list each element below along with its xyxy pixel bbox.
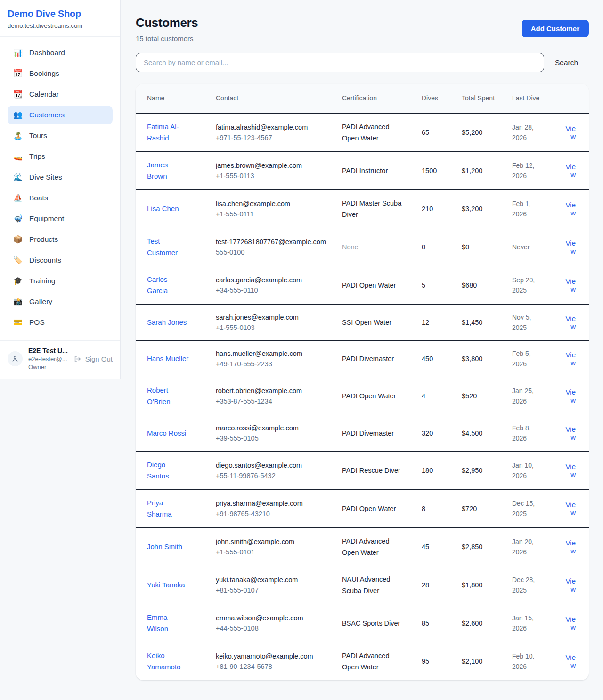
customer-certification: BSAC Sports Diver (342, 619, 400, 627)
customer-dives: 28 (416, 566, 456, 604)
customer-dives: 210 (416, 189, 456, 228)
customer-name-link[interactable]: Hans Mueller (147, 354, 188, 362)
customer-total-spent: $5,200 (456, 113, 506, 151)
sidebar-item-tours[interactable]: 🏝️ Tours (8, 126, 113, 145)
tag-icon: 🏷️ (13, 256, 23, 264)
view-link[interactable]: View (566, 653, 576, 669)
customer-phone: +55-11-99876-5432 (216, 470, 331, 481)
customer-name-link[interactable]: Fatima Al-Rashid (147, 123, 179, 142)
customer-name-link[interactable]: Yuki Tanaka (147, 581, 185, 589)
user-info: E2E Test U... e2e-tester@... Owner (28, 347, 68, 371)
customer-phone: +1-555-0113 (216, 171, 331, 181)
user-name: E2E Test U... (28, 347, 68, 354)
table-row: Keiko Yamamoto keiko.yamamoto@example.co… (136, 642, 589, 680)
sidebar-item-training[interactable]: 🎓 Training (8, 272, 113, 290)
customer-name-link[interactable]: Marco Rossi (147, 429, 186, 437)
sidebar-item-trips[interactable]: 🚤 Trips (8, 147, 113, 166)
view-link[interactable]: View (566, 577, 576, 593)
customer-name-link[interactable]: Carlos Garcia (147, 275, 168, 295)
table-row: Marco Rossi marco.rossi@example.com +39-… (136, 415, 589, 451)
sidebar-item-calendar[interactable]: 📆 Calendar (8, 85, 113, 104)
customer-name-link[interactable]: Robert O'Brien (147, 386, 171, 405)
view-link[interactable]: View (566, 239, 576, 255)
view-link[interactable]: View (566, 462, 576, 478)
column-header-name: Name (136, 84, 210, 113)
search-row: Search (136, 53, 589, 72)
sidebar-item-discounts[interactable]: 🏷️ Discounts (8, 251, 113, 270)
customer-last-dive: Feb 12, 2026 (506, 151, 556, 189)
customer-name-link[interactable]: Test Customer (147, 237, 178, 256)
customer-email: robert.obrien@example.com (216, 386, 331, 396)
search-input[interactable] (136, 53, 544, 72)
view-link[interactable]: View (566, 425, 576, 441)
customer-total-spent: $1,200 (456, 151, 506, 189)
search-button[interactable]: Search (544, 58, 589, 67)
table-row: Priya Sharma priya.sharma@example.com +9… (136, 489, 589, 527)
customer-last-dive: Feb 8, 2026 (506, 415, 556, 451)
customer-dives: 8 (416, 489, 456, 527)
sidebar-item-customers[interactable]: 👥 Customers (8, 106, 113, 124)
sign-out-icon (73, 355, 81, 363)
sidebar-item-products[interactable]: 📦 Products (8, 230, 113, 249)
brand-block: Demo Dive Shop demo.test.divestreams.com (0, 0, 120, 37)
sidebar-item-label: POS (29, 318, 45, 327)
customer-total-spent: $720 (456, 489, 506, 527)
page-header-text: Customers 15 total customers (136, 16, 198, 42)
sidebar-item-boats[interactable]: ⛵ Boats (8, 189, 113, 207)
sidebar-item-bookings[interactable]: 📅 Bookings (8, 64, 113, 83)
sidebar-item-pos[interactable]: 💳 POS (8, 313, 113, 332)
sidebar-item-equipment[interactable]: 🤿 Equipment (8, 209, 113, 228)
view-link[interactable]: View (566, 501, 576, 517)
customer-certification: PADI Advanced Open Water (342, 652, 390, 671)
view-link[interactable]: View (566, 124, 576, 140)
table-row: Yuki Tanaka yuki.tanaka@example.com +81-… (136, 566, 589, 604)
customer-last-dive: Never (506, 228, 556, 266)
customer-certification: SSI Open Water (342, 319, 391, 326)
customer-dives: 45 (416, 527, 456, 566)
sign-out-button[interactable]: Sign Out (73, 355, 113, 363)
view-link[interactable]: View (566, 539, 576, 555)
customer-phone: +971-55-123-4567 (216, 132, 331, 143)
sidebar-item-gallery[interactable]: 📸 Gallery (8, 292, 113, 311)
customer-last-dive: Jan 28, 2026 (506, 113, 556, 151)
customer-email: fatima.alrashid@example.com (216, 122, 331, 132)
sidebar-item-label: Discounts (29, 256, 61, 264)
customer-name-link[interactable]: John Smith (147, 543, 182, 551)
customer-last-dive: Jan 20, 2026 (506, 527, 556, 566)
sidebar-item-label: Bookings (29, 69, 59, 78)
view-link[interactable]: View (566, 277, 576, 293)
sidebar-item-label: Products (29, 235, 58, 244)
customer-total-spent: $3,200 (456, 189, 506, 228)
page-header: Customers 15 total customers Add Custome… (136, 0, 589, 42)
view-link[interactable]: View (566, 163, 576, 179)
view-link[interactable]: View (566, 351, 576, 367)
sidebar-item-label: Trips (29, 152, 45, 161)
customer-name-link[interactable]: Keiko Yamamoto (147, 651, 180, 671)
customer-name-link[interactable]: Priya Sharma (147, 499, 172, 518)
customer-phone: +44-555-0108 (216, 623, 331, 634)
customer-dives: 95 (416, 642, 456, 680)
sidebar-item-dashboard[interactable]: 📊 Dashboard (8, 43, 113, 62)
customer-dives: 65 (416, 113, 456, 151)
customer-total-spent: $1,800 (456, 566, 506, 604)
view-link[interactable]: View (566, 314, 576, 330)
customer-name-link[interactable]: Emma Wilson (147, 613, 168, 633)
customer-email: james.brown@example.com (216, 160, 331, 171)
user-role: Owner (28, 363, 68, 371)
customer-email: priya.sharma@example.com (216, 498, 331, 509)
view-link[interactable]: View (566, 201, 576, 217)
add-customer-button[interactable]: Add Customer (522, 20, 589, 37)
customer-name-link[interactable]: Diego Santos (147, 461, 169, 480)
view-link[interactable]: View (566, 615, 576, 631)
column-header-dives: Dives (416, 84, 456, 113)
customer-name-link[interactable]: James Brown (147, 161, 168, 180)
customer-last-dive: Sep 20, 2025 (506, 266, 556, 304)
sidebar-item-dive-sites[interactable]: 🌊 Dive Sites (8, 168, 113, 187)
customer-name-link[interactable]: Sarah Jones (147, 318, 187, 326)
customer-name-link[interactable]: Lisa Chen (147, 205, 179, 213)
customer-phone: +1-555-0111 (216, 209, 331, 219)
view-link[interactable]: View (566, 388, 576, 404)
wave-icon: 🌊 (13, 173, 23, 181)
customer-phone: +39-555-0105 (216, 433, 331, 444)
table-row: Carlos Garcia carlos.garcia@example.com … (136, 266, 589, 304)
